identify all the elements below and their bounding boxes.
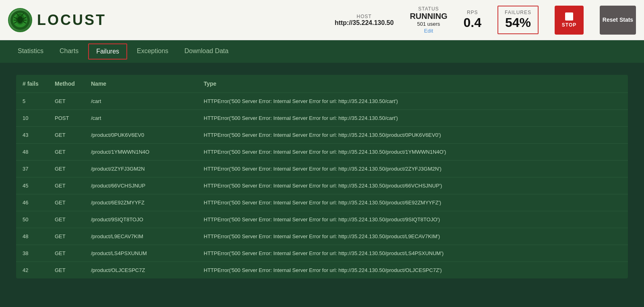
cell-type: HTTPError('500 Server Error: Internal Se… [197,93,628,110]
cell-type: HTTPError('500 Server Error: Internal Se… [197,127,628,144]
cell-type: HTTPError('500 Server Error: Internal Se… [197,211,628,228]
host-value: http://35.224.130.50 [334,19,394,27]
cell-method: GET [48,144,85,161]
cell-method: GET [48,211,85,228]
cell-method: GET [48,245,85,262]
table-row: 38 GET /product/LS4PSXUNUM HTTPError('50… [16,245,628,262]
table-row: 48 GET /product/L9ECAV7KIM HTTPError('50… [16,228,628,245]
rps-value: 0.4 [463,15,481,30]
cell-fails: 48 [16,228,48,245]
cell-type: HTTPError('500 Server Error: Internal Se… [197,245,628,262]
cell-fails: 42 [16,262,48,279]
cell-name: /product/1YMWWN1N4O [85,144,197,161]
stop-icon [565,12,573,21]
cell-name: /product/66VCHSJNUP [85,177,197,194]
table-row: 45 GET /product/66VCHSJNUP HTTPError('50… [16,177,628,194]
table-row: 37 GET /product/2ZYFJ3GM2N HTTPError('50… [16,161,628,177]
cell-name: /product/OLJCESPC7Z [85,262,197,279]
cell-type: HTTPError('500 Server Error: Internal Se… [197,194,628,211]
cell-type: HTTPError('500 Server Error: Internal Se… [197,262,628,279]
cell-fails: 38 [16,245,48,262]
cell-method: GET [48,228,85,245]
host-stat: HOST http://35.224.130.50 [334,14,394,27]
cell-method: GET [48,93,85,110]
stop-button[interactable]: STOP [555,6,584,35]
cell-method: GET [48,161,85,177]
cell-name: /product/LS4PSXUNUM [85,245,197,262]
tab-failures[interactable]: Failures [88,43,127,60]
cell-method: GET [48,127,85,144]
logo-area: LOCUST [8,8,106,32]
cell-type: HTTPError('500 Server Error: Internal Se… [197,228,628,245]
cell-name: /product/2ZYFJ3GM2N [85,161,197,177]
table-row: 46 GET /product/6E92ZMYYFZ HTTPError('50… [16,194,628,211]
users-value: 501 users [410,21,447,27]
edit-link[interactable]: Edit [424,28,433,34]
status-label: STATUS [410,6,447,12]
cell-method: GET [48,177,85,194]
failures-value: 54% [505,15,531,30]
col-header-method: Method [48,75,85,93]
rps-label: RPS [463,10,481,15]
cell-method: GET [48,194,85,211]
cell-type: HTTPError('500 Server Error: Internal Se… [197,110,628,127]
table-row: 43 GET /product/0PUK6V6EV0 HTTPError('50… [16,127,628,144]
failures-label: FAILURES [505,10,531,15]
tab-download-data[interactable]: Download Data [176,40,236,63]
cell-fails: 46 [16,194,48,211]
tab-statistics[interactable]: Statistics [10,40,52,63]
svg-point-3 [17,16,23,23]
col-header-type: Type [197,75,628,93]
logo-icon [8,8,32,32]
cell-type: HTTPError('500 Server Error: Internal Se… [197,144,628,161]
tab-charts[interactable]: Charts [52,40,87,63]
cell-fails: 5 [16,93,48,110]
cell-method: GET [48,262,85,279]
col-header-fails: # fails [16,75,48,93]
cell-fails: 43 [16,127,48,144]
table-row: 48 GET /product/1YMWWN1N4O HTTPError('50… [16,144,628,161]
cell-fails: 37 [16,161,48,177]
status-stat: STATUS RUNNING 501 users Edit [410,6,447,34]
table-row: 5 GET /cart HTTPError('500 Server Error:… [16,93,628,110]
cell-name: /cart [85,110,197,127]
header-stats: HOST http://35.224.130.50 STATUS RUNNING… [334,6,636,35]
cell-name: /product/L9ECAV7KIM [85,228,197,245]
failures-stat: FAILURES 54% [497,6,539,34]
cell-name: /product/9SIQT8TOJO [85,211,197,228]
table-row: 42 GET /product/OLJCESPC7Z HTTPError('50… [16,262,628,279]
cell-type: HTTPError('500 Server Error: Internal Se… [197,177,628,194]
table-row: 50 GET /product/9SIQT8TOJO HTTPError('50… [16,211,628,228]
cell-name: /product/0PUK6V6EV0 [85,127,197,144]
app-title: LOCUST [37,12,106,29]
host-label: HOST [334,14,394,19]
header: LOCUST HOST http://35.224.130.50 STATUS … [0,0,644,40]
failures-table: # fails Method Name Type 5 GET /cart HTT… [16,75,628,278]
cell-type: HTTPError('500 Server Error: Internal Se… [197,161,628,177]
main-content: # fails Method Name Type 5 GET /cart HTT… [0,63,644,291]
cell-fails: 10 [16,110,48,127]
cell-fails: 45 [16,177,48,194]
cell-fails: 48 [16,144,48,161]
table-header-row: # fails Method Name Type [16,75,628,93]
status-value: RUNNING [410,12,447,21]
navigation: Statistics Charts Failures Exceptions Do… [0,40,644,63]
reset-stats-button[interactable]: Reset Stats [600,6,636,35]
cell-name: /cart [85,93,197,110]
cell-fails: 50 [16,211,48,228]
col-header-name: Name [85,75,197,93]
rps-stat: RPS 0.4 [463,10,481,30]
table-row: 10 POST /cart HTTPError('500 Server Erro… [16,110,628,127]
cell-method: POST [48,110,85,127]
cell-name: /product/6E92ZMYYFZ [85,194,197,211]
tab-exceptions[interactable]: Exceptions [129,40,176,63]
stop-label: STOP [562,22,576,28]
